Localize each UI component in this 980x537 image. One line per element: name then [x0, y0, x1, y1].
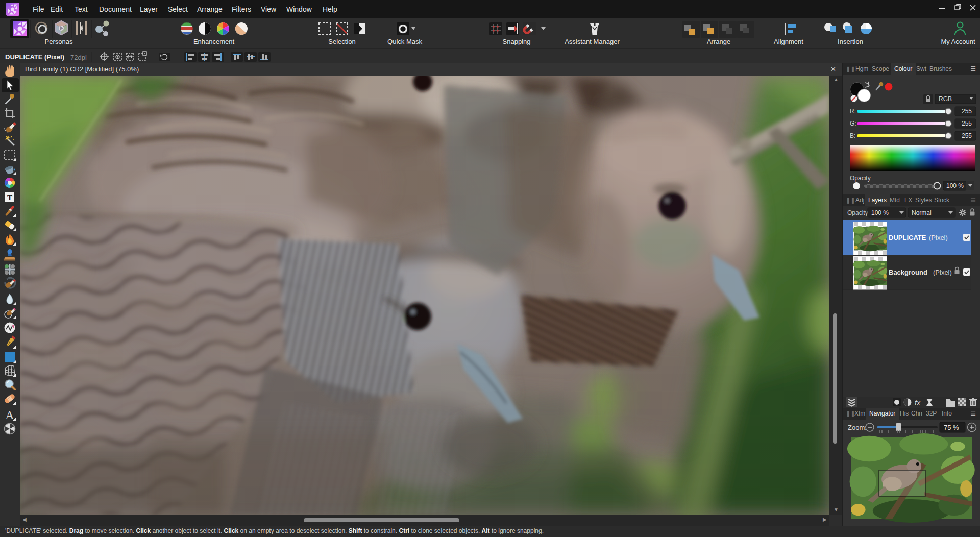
svg-text:DUPLICATE: DUPLICATE — [889, 234, 926, 241]
svg-text:Normal: Normal — [912, 209, 932, 216]
svg-text:255: 255 — [962, 108, 972, 115]
svg-text:Opacity: Opacity — [850, 175, 871, 182]
svg-text:75 %: 75 % — [944, 424, 959, 431]
svg-text:100 %: 100 % — [946, 182, 964, 189]
svg-text:fx: fx — [915, 399, 921, 407]
svg-text:Zoom:: Zoom: — [848, 424, 867, 431]
svg-text:A: A — [5, 408, 14, 422]
svg-text:(Pixel): (Pixel) — [929, 234, 948, 241]
svg-text:G:: G: — [850, 120, 856, 127]
svg-text:Background: Background — [889, 268, 927, 276]
svg-text:255: 255 — [962, 120, 972, 127]
svg-text:B:: B: — [850, 132, 855, 139]
svg-text:Opacity:: Opacity: — [847, 209, 870, 216]
svg-text:100 %: 100 % — [871, 209, 889, 216]
svg-text:255: 255 — [962, 132, 972, 139]
svg-text:(Pixel): (Pixel) — [933, 268, 952, 276]
svg-text:R:: R: — [850, 108, 856, 115]
svg-text:RGB: RGB — [939, 95, 952, 103]
svg-text:T: T — [7, 193, 12, 202]
